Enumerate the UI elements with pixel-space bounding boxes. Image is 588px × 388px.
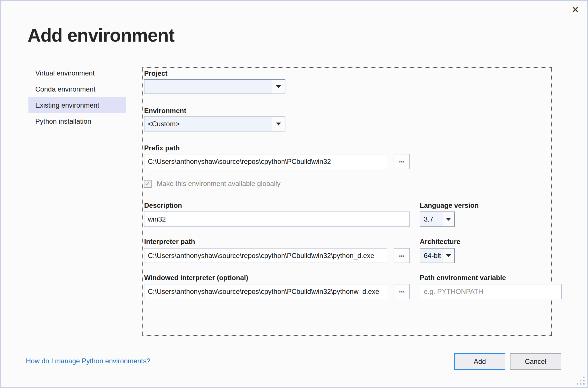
close-icon[interactable]: ✕	[570, 4, 581, 15]
page-title: Add environment	[28, 25, 174, 46]
path-env-variable-label: Path environment variable	[420, 274, 506, 282]
interpreter-path-browse-button[interactable]: ...	[394, 248, 410, 263]
existing-environment-form: Project Environment <Custom> Prefix path…	[142, 67, 552, 336]
path-env-variable-input[interactable]	[420, 284, 562, 299]
chevron-down-icon	[272, 80, 285, 94]
chevron-down-icon	[443, 212, 454, 226]
sidebar-item-existing-environment[interactable]: Existing environment	[28, 97, 126, 113]
prefix-path-browse-button[interactable]: ...	[394, 154, 410, 169]
description-input[interactable]	[144, 212, 410, 227]
architecture-label: Architecture	[420, 238, 460, 246]
architecture-dropdown[interactable]: 64-bit	[420, 248, 455, 263]
sidebar-item-virtual-environment[interactable]: Virtual environment	[28, 65, 126, 81]
sidebar-item-conda-environment[interactable]: Conda environment	[28, 81, 126, 97]
resize-grip-icon[interactable]	[583, 383, 585, 385]
environment-dropdown[interactable]: <Custom>	[144, 117, 285, 131]
manage-environments-help-link[interactable]: How do I manage Python environments?	[26, 357, 150, 365]
interpreter-path-label: Interpreter path	[144, 238, 195, 246]
cancel-button[interactable]: Cancel	[510, 353, 561, 370]
language-version-dropdown-value: 3.7	[420, 212, 443, 226]
project-dropdown[interactable]	[144, 79, 285, 94]
description-label: Description	[144, 201, 182, 209]
project-label: Project	[144, 69, 167, 77]
chevron-down-icon	[272, 117, 285, 131]
add-environment-dialog: ✕ Add environment Virtual environment Co…	[0, 0, 588, 388]
prefix-path-input[interactable]	[144, 154, 387, 169]
chevron-down-icon	[443, 249, 454, 263]
project-dropdown-value	[144, 80, 272, 94]
add-button[interactable]: Add	[454, 353, 505, 370]
environment-dropdown-value: <Custom>	[144, 117, 272, 131]
prefix-path-label: Prefix path	[144, 144, 180, 152]
sidebar-item-python-installation[interactable]: Python installation	[28, 113, 126, 129]
language-version-dropdown[interactable]: 3.7	[420, 212, 455, 227]
windowed-interpreter-input[interactable]	[144, 284, 387, 299]
global-checkbox-row: ✓ Make this environment available global…	[144, 180, 281, 188]
environment-type-list: Virtual environment Conda environment Ex…	[28, 65, 126, 129]
architecture-dropdown-value: 64-bit	[420, 249, 443, 263]
interpreter-path-input[interactable]	[144, 248, 387, 263]
windowed-interpreter-browse-button[interactable]: ...	[394, 284, 410, 299]
make-available-globally-checkbox[interactable]: ✓	[144, 180, 152, 188]
windowed-interpreter-label: Windowed interpreter (optional)	[144, 274, 248, 282]
language-version-label: Language version	[420, 201, 479, 209]
environment-label: Environment	[144, 107, 186, 115]
make-available-globally-label: Make this environment available globally	[157, 180, 281, 188]
